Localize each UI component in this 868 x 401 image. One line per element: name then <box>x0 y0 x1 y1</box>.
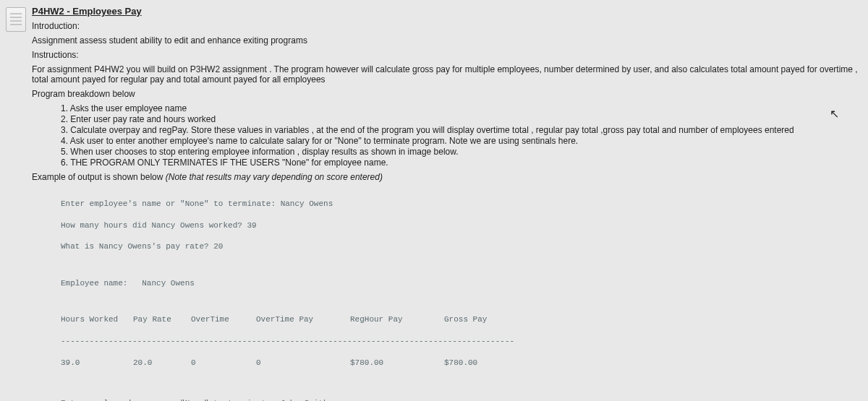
cell: 20.0 <box>133 358 191 368</box>
emp-name: Nancy Owens <box>142 278 195 289</box>
out-line: Enter employee's name or "None" to termi… <box>61 199 861 210</box>
breakdown-item: 6. THE PROGRAM ONLY TERMINATES IF THE US… <box>61 158 861 168</box>
col-hours: Hours Worked <box>61 314 133 325</box>
divider: ----------------------------------------… <box>61 336 861 347</box>
out-line: What is Nancy Owens's pay rate? 20 <box>61 241 861 252</box>
cell: 39.0 <box>61 358 133 368</box>
table-row: 39.020.000$780.00$780.00 <box>61 358 861 368</box>
instructions-text: For assignment P4HW2 you will build on P… <box>32 64 861 85</box>
breakdown-item: 1. Asks the user employee name <box>61 103 861 113</box>
breakdown-item: 5. When user chooses to stop entering em… <box>61 147 861 157</box>
breakdown-item: 4. Ask user to enter another employee's … <box>61 136 861 146</box>
col-rate: Pay Rate <box>133 314 191 325</box>
out-line: Employee name: Nancy Owens <box>61 278 861 289</box>
example-heading: Example of output is shown below (Note t… <box>32 172 861 182</box>
breakdown-list: 1. Asks the user employee name 2. Enter … <box>61 103 861 168</box>
col-otpay: OverTime Pay <box>256 314 350 325</box>
program-output: Enter employee's name or "None" to termi… <box>61 188 861 401</box>
breakdown-item: 2. Enter user pay rate and hours worked <box>61 114 861 124</box>
cell: 0 <box>191 358 256 368</box>
document-body: P4HW2 - Employees Pay Introduction: Assi… <box>32 0 868 401</box>
table-header: Hours WorkedPay RateOverTimeOverTime Pay… <box>61 314 861 325</box>
emp-label: Employee name: <box>61 278 127 289</box>
cell: $780.00 <box>350 358 444 368</box>
intro-label: Introduction: <box>32 21 861 31</box>
breakdown-item: 3. Calculate overpay and regPay. Store t… <box>61 125 861 135</box>
col-gross: Gross Pay <box>444 314 516 325</box>
document-icon <box>6 7 26 32</box>
col-regpay: RegHour Pay <box>350 314 444 325</box>
out-line: How many hours did Nancy Owens worked? 3… <box>61 220 861 231</box>
cell: $780.00 <box>444 358 516 368</box>
page-title: P4HW2 - Employees Pay <box>32 6 861 17</box>
instructions-label: Instructions: <box>32 50 861 60</box>
col-ot: OverTime <box>191 314 256 325</box>
example-label: Example of output is shown below <box>32 172 166 182</box>
intro-text: Assignment assess student ability to edi… <box>32 35 861 46</box>
out-line: Enter employee's name or "None" to termi… <box>61 398 861 401</box>
example-note-italic: (Note that results may vary depending on… <box>166 172 383 182</box>
program-breakdown-label: Program breakdown below <box>32 89 861 99</box>
cell: 0 <box>256 358 350 368</box>
